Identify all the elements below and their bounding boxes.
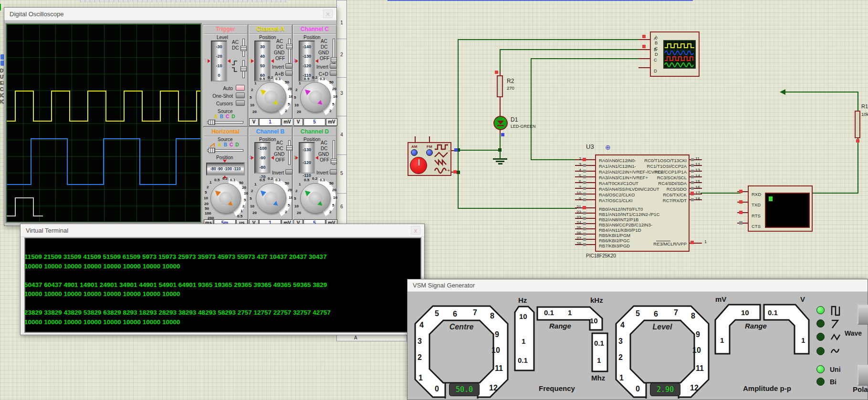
wire[interactable] [813, 193, 858, 194]
channel-c-coupling-slider[interactable] [333, 39, 335, 63]
oscilloscope-title: Digital Oscilloscope [10, 10, 63, 18]
channel-d-position-gauge[interactable]: -130-120-110 [299, 142, 315, 174]
resistor-r1[interactable] [855, 111, 860, 138]
signal-generator-titlebar[interactable]: VSM Signal Generator [408, 279, 868, 292]
wire[interactable] [531, 58, 532, 160]
channel-a-invert-button[interactable] [285, 63, 293, 69]
channel-c-gain-knob[interactable]: 0.50.20.1 1251020 50201052 V 5 mV [293, 76, 337, 126]
u3-right-numbers-5: 16 [695, 185, 707, 190]
terminal-titlebar[interactable]: Virtual Terminal x [21, 224, 424, 237]
level-dial-numbers-1: 1 [619, 374, 624, 382]
trigger-edge-slider[interactable] [242, 60, 245, 78]
invert-label: Invert [313, 64, 328, 70]
wire[interactable] [500, 49, 644, 50]
knob-scale-left-1: 2 [295, 88, 297, 92]
wire[interactable] [858, 92, 858, 112]
probe-marker [642, 35, 646, 38]
channel-a-position-gauge-2: 50 [255, 61, 270, 71]
knob-scale-left-0: 1 [299, 182, 301, 186]
level-label: Level [615, 323, 710, 331]
channel-d-invert-button[interactable] [330, 169, 337, 174]
wire[interactable] [458, 208, 577, 209]
u3-left-top-numbers-4: 6 [570, 179, 581, 185]
signal-source[interactable]: AM FM - + [408, 142, 451, 176]
channel-a-sum-button[interactable] [285, 71, 293, 76]
frequency-knob[interactable] [410, 157, 427, 174]
channel-a-coupling-slider[interactable] [288, 39, 291, 63]
one-shot-button[interactable] [236, 92, 245, 98]
knob-scale-right-1: 20 [288, 188, 292, 192]
scope-waveforms [7, 24, 200, 222]
wire[interactable] [500, 49, 501, 74]
knob-scale-right-2: 10 [333, 94, 337, 99]
fm-knob[interactable] [426, 149, 433, 156]
terminal-output: 11509 21509 31509 41509 51509 61509 5973… [24, 252, 420, 327]
u3-part: PIC18F25K20 [586, 253, 616, 258]
timebase-knob[interactable]: 0.50.20.1 125102050100200 5020105210.5 m… [204, 177, 248, 227]
centre-dial[interactable]: 0123456789101112 Centre 50.0 [414, 305, 509, 399]
horizontal-position-gauge[interactable]: -80-90-100-110 [206, 163, 245, 175]
channel-a-position-gauge-0: 30 [255, 42, 270, 51]
channel-c-sum-button[interactable] [330, 71, 337, 76]
resistor-r2[interactable] [497, 75, 503, 97]
knob-scale-left-4: 20 [297, 110, 301, 114]
horizontal-position-gauge-1: -90 [217, 164, 223, 174]
level-dial[interactable]: 0123456789101112 Level 2.90 [615, 305, 710, 399]
wire[interactable] [458, 39, 459, 209]
am-knob[interactable] [411, 149, 418, 156]
knob-scale-right-3: 5 [332, 203, 334, 207]
ground-symbol [496, 161, 504, 162]
wave-down-button[interactable] [858, 365, 868, 386]
knob-scale-right-1: 20 [288, 87, 292, 91]
auto-button[interactable] [236, 85, 245, 91]
knob-scale-left-1: 2 [251, 88, 253, 92]
channel-a-value[interactable]: 1 [259, 118, 281, 126]
knob-scale-top-2: 0.1 [230, 178, 235, 182]
wave-led-triangle [816, 333, 825, 341]
channel-b-invert-button[interactable] [285, 169, 293, 174]
terminal-probe-stubs [737, 191, 749, 225]
channel-b-position-gauge[interactable]: -100-90-80-70 [254, 142, 271, 174]
close-icon[interactable]: x [411, 226, 420, 235]
trigger-level-gauge-1: -20 [212, 51, 226, 61]
wire[interactable] [785, 92, 858, 92]
horizontal-source-slider[interactable] [207, 149, 243, 152]
oscilloscope-titlebar[interactable]: Digital Oscilloscope ✕ [4, 8, 336, 21]
unit-right: mV [326, 118, 337, 126]
gauge-arrow [228, 59, 230, 63]
trigger-coupling-slider[interactable] [242, 39, 245, 57]
trigger-level-marker[interactable]: ↕ [204, 56, 208, 63]
mcu-u3[interactable]: RA0/AN0/C12IN0-RA1/AN1/C12IN1-RA2/AN2/C2… [595, 154, 690, 252]
r2-ref: R2 [507, 78, 514, 84]
channel-b-gain-knob[interactable]: 0.50.20.1 1251020 50201052 V 1 mV [249, 177, 293, 227]
centre-label: Centre [414, 323, 509, 331]
wire[interactable] [500, 134, 501, 159]
u3-ref: U3 [586, 143, 594, 150]
trigger-level-gauge[interactable]: -30-20-100 [211, 41, 227, 82]
wire[interactable] [458, 150, 501, 151]
led-d1[interactable] [493, 116, 508, 130]
wire[interactable] [858, 137, 858, 194]
knob-scale-right-1: 20 [332, 87, 336, 91]
channel-a-gain-knob[interactable]: 0.50.20.1 1251020 50201052 V 1 mV [249, 76, 293, 126]
channel-d-gain-knob[interactable]: 0.50.20.1 1251020 50201052 V 5 mV [293, 177, 337, 227]
cursors-button[interactable] [236, 100, 245, 106]
wave-up-button[interactable] [858, 305, 868, 325]
hz-range-selector[interactable]: 10 1 0.1 [514, 306, 535, 371]
wire[interactable] [458, 39, 644, 40]
channel-d-coupling-slider[interactable] [333, 140, 335, 165]
khz-range-selector[interactable]: 0.1 1 10 [536, 306, 608, 331]
knob-scale-left-4: 20 [204, 202, 209, 206]
wire[interactable] [531, 58, 643, 59]
channel-c-invert-button[interactable] [330, 63, 337, 69]
oscilloscope-probe[interactable]: ABCD [650, 31, 700, 77]
trigger-source-slider[interactable] [207, 121, 243, 123]
mhz-range-selector[interactable]: 0.1 1 [591, 332, 608, 372]
hz-label: Hz [518, 296, 527, 304]
gauge-arrow [295, 59, 298, 63]
terminal-probe[interactable]: RXDTXDRTSCTS [748, 185, 813, 232]
channel-b-coupling-slider[interactable] [288, 140, 291, 165]
channel-c-value[interactable]: 5 [303, 118, 325, 126]
level-dial-numbers-7: 7 [674, 308, 678, 317]
close-icon[interactable]: ✕ [323, 10, 333, 18]
